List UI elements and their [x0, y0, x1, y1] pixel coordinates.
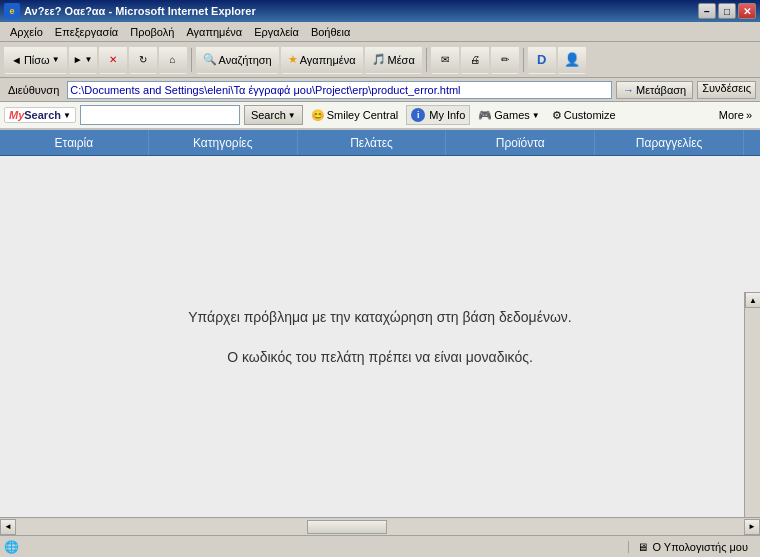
refresh-button[interactable]: ↻: [129, 46, 157, 74]
status-icon: 🌐: [4, 540, 19, 554]
more-button[interactable]: More »: [715, 109, 756, 121]
title-bar: e Αν?εε? Οαε?αα - Microsoft Internet Exp…: [0, 0, 760, 22]
address-bar: Διεύθυνση C:\Documents and Settings\elen…: [0, 78, 760, 102]
menu-file[interactable]: Αρχείο: [4, 24, 49, 40]
messenger-icon: 👤: [564, 52, 580, 67]
print-button[interactable]: 🖨: [461, 46, 489, 74]
games-button[interactable]: 🎮 Games ▼: [474, 109, 543, 122]
menu-edit[interactable]: Επεξεργασία: [49, 24, 124, 40]
maximize-button[interactable]: □: [718, 3, 736, 19]
menu-favorites[interactable]: Αγαπημένα: [180, 24, 248, 40]
search-btn-dropdown: ▼: [288, 111, 296, 120]
search-label: Αναζήτηση: [219, 54, 272, 66]
separator-2: [426, 48, 427, 72]
tab-company[interactable]: Εταιρία: [0, 130, 149, 155]
favorites-button[interactable]: ★ Αγαπημένα: [281, 46, 363, 74]
status-bar: 🌐 🖥 Ο Υπολογιστής μου: [0, 535, 760, 557]
search-icon: 🔍: [203, 53, 217, 66]
more-arrow-icon: »: [746, 109, 752, 121]
go-icon: →: [623, 84, 634, 96]
customize-button[interactable]: ⚙ Customize: [548, 109, 620, 122]
address-input[interactable]: C:\Documents and Settings\eleni\Τα έγγρα…: [67, 81, 612, 99]
error-line-1: Υπάρχει πρόβλημα με την καταχώρηση στη β…: [188, 303, 572, 331]
menu-view[interactable]: Προβολή: [124, 24, 180, 40]
search-submit-button[interactable]: Search ▼: [244, 105, 303, 125]
tab-orders[interactable]: Παραγγελίες: [595, 130, 744, 155]
go-button[interactable]: → Μετάβαση: [616, 81, 693, 99]
myinfo-button[interactable]: i My Info: [406, 105, 470, 125]
games-dropdown-icon: ▼: [532, 111, 540, 120]
mail-icon: ✉: [441, 54, 449, 65]
print-icon: 🖨: [470, 54, 480, 65]
right-scrollbar: ▲ ▼: [744, 292, 760, 517]
nav-tabs: Εταιρία Κατηγορίες Πελάτες Προϊόντα Παρα…: [0, 130, 760, 156]
messenger-button[interactable]: 👤: [558, 46, 586, 74]
discuss-icon: D: [537, 52, 546, 67]
stop-button[interactable]: ✕: [99, 46, 127, 74]
forward-icon: ►: [73, 54, 83, 65]
tab-clients[interactable]: Πελάτες: [298, 130, 447, 155]
mail-button[interactable]: ✉: [431, 46, 459, 74]
scroll-h-track[interactable]: [16, 519, 744, 535]
back-icon: ◄: [11, 54, 22, 66]
games-label: Games: [494, 109, 529, 121]
content-wrapper: Υπάρχει πρόβλημα με την καταχώρηση στη β…: [0, 156, 760, 517]
home-button[interactable]: ⌂: [159, 46, 187, 74]
media-label: Μέσα: [388, 54, 415, 66]
forward-button[interactable]: ► ▼: [69, 46, 97, 74]
browser-window: e Αν?εε? Οαε?αα - Microsoft Internet Exp…: [0, 0, 760, 557]
close-button[interactable]: ✕: [738, 3, 756, 19]
back-button[interactable]: ◄ Πίσω ▼: [4, 46, 67, 74]
smiley-label: Smiley Central: [327, 109, 399, 121]
my-text: My: [9, 109, 24, 121]
mysearch-logo[interactable]: My Search ▼: [4, 107, 76, 123]
search-input[interactable]: [80, 105, 240, 125]
media-icon: 🎵: [372, 53, 386, 66]
smiley-button[interactable]: 😊 Smiley Central: [307, 109, 403, 122]
media-button[interactable]: 🎵 Μέσα: [365, 46, 422, 74]
search-button[interactable]: 🔍 Αναζήτηση: [196, 46, 279, 74]
go-label: Μετάβαση: [636, 84, 686, 96]
search-text: Search: [24, 109, 61, 121]
back-label: Πίσω: [24, 54, 50, 66]
edit-button[interactable]: ✏: [491, 46, 519, 74]
myinfo-label: My Info: [429, 109, 465, 121]
favorites-label: Αγαπημένα: [300, 54, 356, 66]
minimize-button[interactable]: −: [698, 3, 716, 19]
horizontal-scrollbar: ◄ ►: [0, 517, 760, 535]
page-content: Υπάρχει πρόβλημα με την καταχώρηση στη β…: [0, 156, 760, 517]
separator-3: [523, 48, 524, 72]
forward-dropdown-icon: ▼: [85, 55, 93, 64]
links-button[interactable]: Συνδέσεις: [697, 81, 756, 99]
myinfo-icon: i: [411, 108, 425, 122]
address-label: Διεύθυνση: [4, 84, 63, 96]
stop-icon: ✕: [109, 54, 117, 65]
favorites-icon: ★: [288, 53, 298, 66]
address-value: C:\Documents and Settings\eleni\Τα έγγρα…: [70, 84, 460, 96]
error-line-2: Ο κωδικός του πελάτη πρέπει να είναι μον…: [188, 343, 572, 371]
scroll-left-button[interactable]: ◄: [0, 519, 16, 535]
scroll-right-button[interactable]: ►: [744, 519, 760, 535]
window-title: Αν?εε? Οαε?αα - Microsoft Internet Explo…: [24, 5, 256, 17]
games-icon: 🎮: [478, 109, 492, 122]
home-icon: ⌂: [170, 54, 176, 65]
scroll-up-button[interactable]: ▲: [745, 292, 760, 308]
scroll-track[interactable]: [745, 308, 760, 517]
logo-dropdown-icon: ▼: [63, 111, 71, 120]
title-bar-buttons: − □ ✕: [698, 3, 756, 19]
more-label: More: [719, 109, 744, 121]
scroll-h-thumb[interactable]: [307, 520, 387, 534]
back-dropdown-icon: ▼: [52, 55, 60, 64]
scrollbar-placeholder: [744, 130, 760, 155]
status-zone: 🖥 Ο Υπολογιστής μου: [628, 541, 756, 553]
smiley-icon: 😊: [311, 109, 325, 122]
customize-icon: ⚙: [552, 109, 562, 122]
tab-categories[interactable]: Κατηγορίες: [149, 130, 298, 155]
discuss-button[interactable]: D: [528, 46, 556, 74]
tab-products[interactable]: Προϊόντα: [446, 130, 595, 155]
menu-tools[interactable]: Εργαλεία: [248, 24, 305, 40]
menu-bar: Αρχείο Επεξεργασία Προβολή Αγαπημένα Εργ…: [0, 22, 760, 42]
error-message: Υπάρχει πρόβλημα με την καταχώρηση στη β…: [188, 303, 572, 371]
menu-help[interactable]: Βοήθεια: [305, 24, 356, 40]
search-btn-label: Search: [251, 109, 286, 121]
